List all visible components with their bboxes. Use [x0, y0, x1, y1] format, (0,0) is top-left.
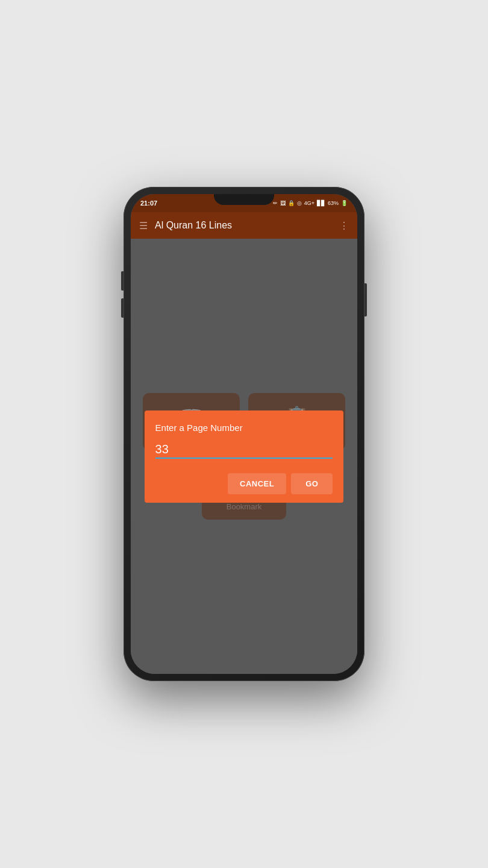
- power-button: [364, 283, 367, 316]
- dialog-overlay: Enter a Page Number CANCEL GO: [131, 239, 357, 674]
- volume-down-button: [121, 298, 124, 318]
- image-icon: 🖼: [280, 200, 286, 206]
- phone-frame: 21:07 ⚠ ⚠ ✔ ✏ 🖼 🔒 ◎ 4G+ ▊▊ 63% 🔋 ☰ Al Qu…: [124, 187, 364, 681]
- battery-pct: 63%: [328, 200, 339, 206]
- dialog-title: Enter a Page Number: [155, 423, 333, 433]
- page-number-input[interactable]: [155, 442, 333, 456]
- lock-icon: 🔒: [288, 200, 295, 206]
- page-number-dialog: Enter a Page Number CANCEL GO: [145, 410, 344, 503]
- menu-icon[interactable]: ☰: [139, 220, 148, 231]
- go-button[interactable]: GO: [291, 473, 333, 494]
- pen-icon: ✏: [273, 200, 278, 206]
- phone-screen: 21:07 ⚠ ⚠ ✔ ✏ 🖼 🔒 ◎ 4G+ ▊▊ 63% 🔋 ☰ Al Qu…: [131, 194, 357, 674]
- cancel-button[interactable]: CANCEL: [228, 473, 286, 494]
- network-type: 4G+: [304, 200, 314, 206]
- battery-icon: 🔋: [341, 200, 348, 206]
- app-bar: ☰ Al Quran 16 Lines ⋮: [131, 212, 357, 239]
- main-content: 📖 Resume 📋 Surah 🔖 Bookmark Enter a Pag: [131, 239, 357, 674]
- signal-bars: ▊▊: [317, 200, 325, 206]
- dialog-actions: CANCEL GO: [155, 473, 333, 494]
- notch: [214, 194, 274, 205]
- status-time: 21:07: [140, 200, 157, 207]
- wifi-icon: ◎: [297, 200, 302, 206]
- volume-up-button: [121, 271, 124, 291]
- more-options-icon[interactable]: ⋮: [339, 220, 349, 231]
- page-number-input-wrap: [155, 442, 333, 459]
- app-title: Al Quran 16 Lines: [155, 220, 339, 231]
